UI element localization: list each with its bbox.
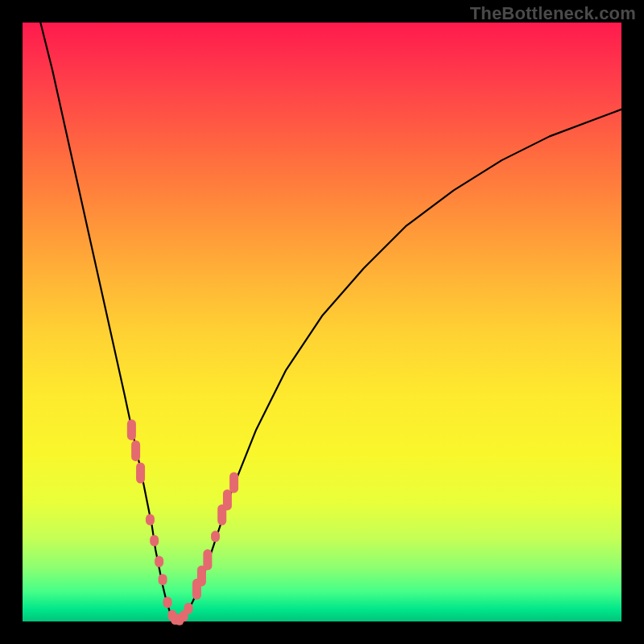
curve-marker <box>159 574 167 585</box>
curve-marker <box>155 556 163 568</box>
curve-marker <box>223 489 232 510</box>
chart-frame: TheBottleneck.com <box>0 0 644 644</box>
watermark-text: TheBottleneck.com <box>470 3 636 24</box>
marker-group <box>127 419 238 625</box>
curve-marker <box>127 419 136 440</box>
bottleneck-curve <box>40 23 621 621</box>
curve-marker <box>146 514 155 526</box>
curve-marker <box>203 549 212 570</box>
curve-marker <box>131 440 140 461</box>
chart-svg <box>23 23 621 621</box>
plot-area <box>23 23 621 621</box>
curve-marker <box>136 462 145 483</box>
curve-marker <box>229 472 238 493</box>
curve-marker <box>211 530 220 542</box>
curve-marker <box>184 603 193 614</box>
curve-marker <box>163 597 172 608</box>
curve-marker <box>150 535 159 547</box>
